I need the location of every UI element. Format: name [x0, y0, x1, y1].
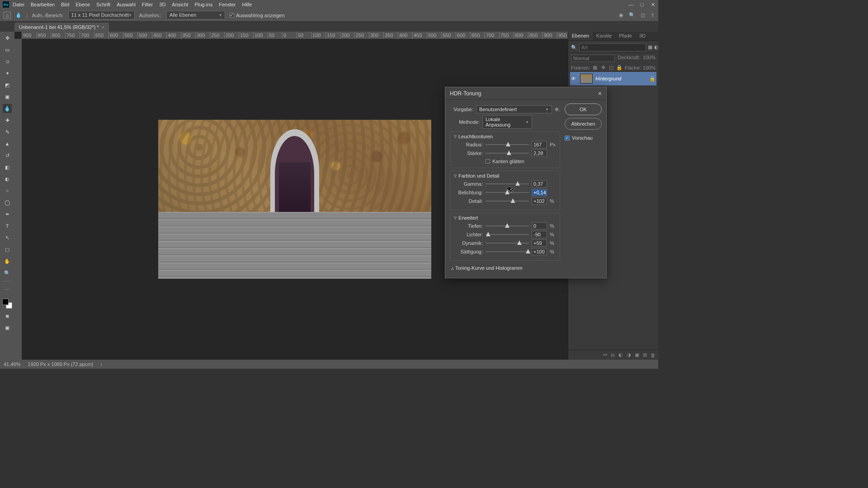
preview-checkbox[interactable]: ✓Vorschau: [565, 135, 602, 141]
strength-slider[interactable]: [486, 150, 529, 156]
marquee-tool[interactable]: ▭: [3, 45, 12, 54]
tab-3d[interactable]: 3D: [636, 32, 649, 40]
tab-paths[interactable]: Pfade: [615, 32, 636, 40]
exposure-slider[interactable]: [486, 189, 529, 196]
heal-tool[interactable]: ✚: [3, 116, 12, 125]
stamp-tool[interactable]: ▲: [3, 139, 12, 148]
highlight-input[interactable]: -90: [532, 231, 547, 238]
detail-input[interactable]: +102: [532, 197, 547, 205]
section-header[interactable]: ▽Erweitert: [454, 215, 556, 221]
menu-item[interactable]: Filter: [142, 2, 153, 7]
workspace-icon[interactable]: ◫: [641, 12, 645, 18]
radius-slider[interactable]: [486, 141, 529, 148]
group-icon[interactable]: ▣: [635, 352, 639, 358]
gear-icon[interactable]: ✻.: [555, 107, 560, 113]
adjustment-icon[interactable]: ◑: [627, 352, 631, 358]
tab-close-icon[interactable]: ×: [102, 24, 104, 30]
pen-tool[interactable]: ✒: [3, 210, 12, 219]
opacity-value[interactable]: 100%: [643, 55, 656, 62]
close-icon[interactable]: ✕: [650, 2, 656, 8]
smooth-edges-checkbox[interactable]: Kanten glätten: [454, 159, 556, 164]
shadow-input[interactable]: 0: [532, 222, 547, 230]
blur-tool[interactable]: ○: [3, 186, 12, 195]
dialog-titlebar[interactable]: HDR-Tonung ×: [445, 87, 606, 100]
section-header[interactable]: ▽Farbton und Detail: [454, 173, 556, 178]
type-tool[interactable]: T: [3, 221, 12, 230]
tab-layers[interactable]: Ebenen: [568, 32, 593, 40]
move-tool[interactable]: ✥: [3, 33, 12, 42]
path-tool[interactable]: ↖: [3, 233, 12, 242]
lock-artboard-icon[interactable]: ◫: [608, 65, 614, 70]
quickmask-icon[interactable]: ◙: [3, 311, 12, 320]
hand-tool[interactable]: ✋: [3, 257, 12, 266]
home-icon[interactable]: ⌂: [4, 12, 11, 19]
preset-select[interactable]: Benutzerdefiniert▼: [476, 105, 552, 113]
document-tab[interactable]: Unbenannt-1 bei 41,5% (RGB/32*) * ×: [14, 23, 109, 32]
gamma-slider[interactable]: [486, 181, 529, 187]
section-curve-header[interactable]: ▷Toning-Kurve und Histogramm: [450, 263, 560, 272]
menu-item[interactable]: Ebene: [75, 2, 90, 7]
filter-adjust-icon[interactable]: ◐: [654, 44, 658, 51]
menu-item[interactable]: Ansicht: [172, 2, 188, 7]
radius-input[interactable]: 167: [532, 141, 547, 148]
section-header[interactable]: ▽Leuchtkonturen: [454, 134, 556, 139]
new-layer-icon[interactable]: ⊞: [643, 352, 647, 358]
menu-item[interactable]: Schrift: [96, 2, 110, 7]
ok-button[interactable]: OK: [565, 103, 602, 115]
gamma-input[interactable]: 0,37: [532, 180, 547, 188]
lock-position-icon[interactable]: ✥: [600, 65, 606, 70]
cancel-button[interactable]: Abbrechen: [565, 118, 602, 130]
cloud-icon[interactable]: ◉: [619, 12, 623, 18]
zoom-tool[interactable]: 🔍: [3, 268, 12, 277]
filter-pixel-icon[interactable]: ▦: [648, 44, 652, 51]
mask-icon[interactable]: ◐: [618, 352, 623, 358]
menu-item[interactable]: Datei: [13, 2, 24, 7]
fx-icon[interactable]: fx: [611, 352, 615, 358]
lock-pixels-icon[interactable]: ▦: [592, 65, 598, 70]
method-select[interactable]: Lokale Anpassung▼: [482, 115, 532, 129]
edit-toolbar-icon[interactable]: ⋯: [3, 285, 12, 294]
eraser-tool[interactable]: ◧: [3, 163, 12, 172]
history-brush-tool[interactable]: ↺: [3, 151, 12, 160]
tab-channels[interactable]: Kanäle: [593, 32, 615, 40]
minimize-icon[interactable]: —: [628, 2, 634, 8]
fill-value[interactable]: 100%: [643, 65, 656, 70]
vibrance-slider[interactable]: [486, 240, 529, 246]
menu-item[interactable]: Bild: [61, 2, 69, 7]
share-icon[interactable]: ⇪: [651, 12, 655, 18]
menu-item[interactable]: Bearbeiten: [31, 2, 55, 7]
document-info[interactable]: 1920 Px x 1080 Px (72 ppcm): [28, 361, 93, 367]
color-swatch[interactable]: [2, 299, 12, 309]
gradient-tool[interactable]: ◐: [3, 174, 12, 183]
menu-item[interactable]: Hilfe: [242, 2, 252, 7]
sample-select[interactable]: Alle Ebenen ▾: [166, 11, 225, 19]
saturation-slider[interactable]: [486, 249, 529, 255]
strength-input[interactable]: 2,28: [532, 150, 547, 157]
link-icon[interactable]: ⚯: [603, 352, 607, 358]
highlight-slider[interactable]: [486, 231, 529, 238]
maximize-icon[interactable]: □: [639, 2, 645, 8]
vibrance-input[interactable]: +59: [532, 239, 547, 247]
chevron-right-icon[interactable]: ›: [100, 361, 102, 367]
search-icon[interactable]: 🔍: [629, 12, 635, 18]
wand-tool[interactable]: ✦: [3, 69, 12, 78]
crop-tool[interactable]: ◩: [3, 80, 12, 89]
layer-search-input[interactable]: [579, 43, 646, 52]
menu-item[interactable]: Fenster: [219, 2, 236, 7]
saturation-input[interactable]: +100: [532, 248, 547, 255]
sample-size-select[interactable]: 11 x 11 Pixel Durchschnitt ▾: [68, 11, 135, 19]
zoom-level[interactable]: 41,46%: [4, 361, 20, 367]
frame-tool[interactable]: ▣: [3, 92, 12, 101]
menu-item[interactable]: Plug-ins: [194, 2, 212, 7]
exposure-input[interactable]: +0,14: [532, 189, 547, 196]
menu-item[interactable]: Auswahl: [117, 2, 136, 7]
eyedropper-tool[interactable]: 💧: [3, 104, 12, 113]
lasso-tool[interactable]: ⊃: [3, 57, 12, 66]
menu-item[interactable]: 3D: [159, 2, 165, 7]
brush-tool[interactable]: ✎: [3, 127, 12, 136]
detail-slider[interactable]: [486, 198, 529, 204]
visibility-icon[interactable]: 👁: [571, 76, 577, 81]
trash-icon[interactable]: 🗑: [651, 352, 656, 358]
screenmode-icon[interactable]: ▣: [3, 323, 12, 332]
lock-all-icon[interactable]: 🔒: [616, 65, 623, 70]
